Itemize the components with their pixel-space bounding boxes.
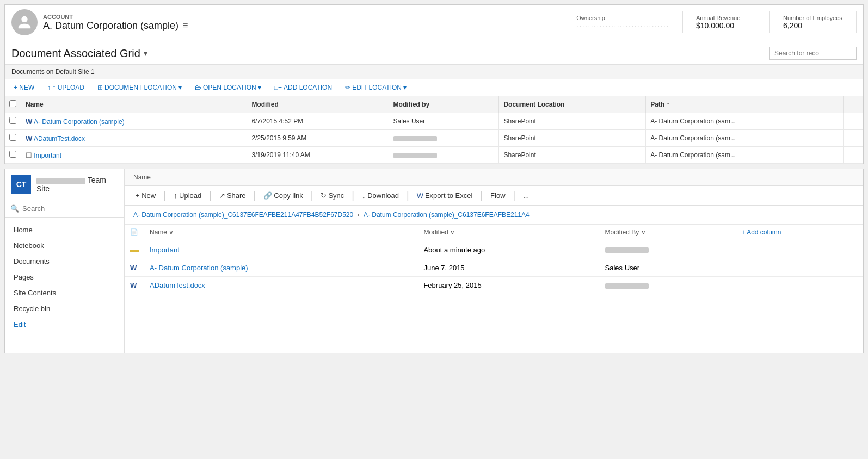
sp-file-icon: 📄 [130, 228, 138, 236]
add-location-button[interactable]: □+ ADD LOCATION [272, 83, 334, 92]
sp-row-modified-cell: June 7, 2015 [418, 259, 599, 277]
doc-name-link[interactable]: A- Datum Corporation (sample) [34, 118, 125, 126]
grid-title-dropdown-icon[interactable]: ▾ [144, 49, 147, 58]
sp-breadcrumb: A- Datum Corporation (sample)_C6137E6FEA… [125, 206, 863, 225]
sp-export-button[interactable]: W Export to Excel [413, 189, 477, 202]
documents-table: Name Modified Modified by Document Locat… [5, 96, 863, 164]
sp-col-modified[interactable]: Modified ∨ [418, 225, 599, 240]
annual-revenue-value: $10,000.00 [696, 21, 756, 30]
site-bar: Documents on Default Site 1 [5, 65, 863, 79]
row-modified-cell: 6/7/2015 4:52 PM [247, 113, 389, 130]
sp-doc-name-link[interactable]: ADatumTest.docx [150, 281, 205, 289]
sp-sync-button[interactable]: ↻ Sync [316, 189, 348, 202]
new-button[interactable]: + NEW [11, 83, 36, 92]
ownership-value: ................................ [576, 21, 669, 29]
modified-by-blur [393, 136, 437, 141]
num-employees-label: Number of Employees [783, 15, 843, 21]
sp-word-icon: W [417, 191, 423, 200]
sp-row-icon-cell: W [125, 259, 144, 277]
sp-sync-icon: ↻ [321, 191, 327, 200]
select-all-checkbox[interactable] [9, 100, 16, 107]
sp-col-icon: 📄 [125, 225, 144, 240]
select-all-checkbox-header[interactable] [5, 96, 21, 113]
word-icon: W [26, 134, 32, 142]
sp-nav-item-documents[interactable]: Documents [5, 253, 124, 269]
sp-nav-item-site-contents[interactable]: Site Contents [5, 285, 124, 301]
sp-table-row: W ADatumTest.docx February 25, 2015 [125, 277, 863, 294]
sp-breadcrumb-part2: A- Datum Corporation (sample)_C6137E6FEA… [364, 211, 530, 219]
sp-row-modified-cell: About a minute ago [418, 240, 599, 259]
sp-doc-name-link[interactable]: A- Datum Corporation (sample) [150, 264, 248, 272]
sp-row-icon-cell: W [125, 277, 144, 294]
col-path: Path ↑ [646, 96, 844, 113]
annual-revenue-field: Annual Revenue $10,000.00 [682, 11, 769, 33]
sp-search-bar[interactable]: 🔍 [5, 200, 124, 218]
sp-nav-item-home[interactable]: Home [5, 222, 124, 238]
sp-copy-link-button[interactable]: 🔗 Copy link [259, 189, 307, 202]
row-checkbox[interactable] [9, 117, 16, 124]
row-checkbox-cell [5, 147, 21, 164]
sp-search-icon: 🔍 [10, 204, 19, 213]
hamburger-menu-icon[interactable]: ≡ [183, 21, 188, 30]
table-row: W ADatumTest.docx 2/25/2015 9:59 AM Shar… [5, 130, 863, 147]
open-location-button[interactable]: 🗁 OPEN LOCATION ▾ [193, 83, 263, 92]
row-modified-cell: 2/25/2015 9:59 AM [247, 130, 389, 147]
edit-location-icon: ✏ [345, 84, 350, 91]
sp-more-button[interactable]: ... [519, 189, 533, 202]
row-path-cell: A- Datum Corporation (sam... [646, 147, 844, 164]
sp-table-row: ▬ Important About a minute ago [125, 240, 863, 259]
sp-nav-item-edit[interactable]: Edit [5, 317, 124, 332]
sp-share-button[interactable]: ↗ Share [215, 189, 250, 202]
ownership-label: Ownership [576, 15, 669, 21]
account-name: A. Datum Corporation (sample) ≡ [43, 20, 563, 32]
sp-col-name[interactable]: Name ∨ [144, 225, 418, 240]
row-doc-location-cell: SharePoint [499, 147, 646, 164]
row-checkbox[interactable] [9, 151, 16, 158]
sp-logo-bar: CT Team Site [5, 169, 124, 200]
sp-nav-item-recycle-bin[interactable]: Recycle bin [5, 301, 124, 317]
word-icon: W [130, 281, 137, 289]
sp-col-add[interactable]: + Add column [736, 225, 863, 240]
row-modified-by-cell [389, 147, 499, 164]
row-path-cell: A- Datum Corporation (sam... [646, 113, 844, 130]
row-name-cell: W A- Datum Corporation (sample) [21, 113, 247, 130]
sp-sidebar: CT Team Site 🔍 HomeNotebookDocumentsPage… [5, 169, 125, 353]
sp-logo: CT [11, 175, 31, 194]
sp-site-name-blur [36, 178, 85, 184]
doc-location-icon: ⊞ [97, 84, 103, 91]
doc-name-link[interactable]: Important [34, 152, 61, 159]
sp-nav-item-notebook[interactable]: Notebook [5, 238, 124, 253]
sp-row-name-cell: A- Datum Corporation (sample) [144, 259, 418, 277]
upload-button[interactable]: ↑ ↑ UPLOAD [45, 83, 87, 92]
sp-doc-name-link[interactable]: Important [150, 246, 180, 254]
grid-title: Document Associated Grid [11, 47, 140, 60]
num-employees-field: Number of Employees 6,200 [769, 11, 857, 33]
open-location-icon: 🗁 [195, 84, 201, 91]
sp-col-modified-by[interactable]: Modified By ∨ [600, 225, 736, 240]
crm-panel: ACCOUNT A. Datum Corporation (sample) ≡ … [4, 4, 864, 164]
grid-title-wrap: Document Associated Grid ▾ [11, 47, 147, 60]
edit-location-button[interactable]: ✏ EDIT LOCATION ▾ [343, 83, 409, 92]
sp-new-button[interactable]: + New [131, 189, 160, 202]
doc-name-link[interactable]: ADatumTest.docx [34, 135, 85, 142]
sp-row-modified-by-cell [600, 240, 736, 259]
open-location-dropdown-icon: ▾ [258, 84, 261, 91]
sp-top-name-bar: Name [125, 169, 863, 186]
sp-flow-button[interactable]: Flow [486, 189, 509, 202]
col-modified: Modified [247, 96, 389, 113]
sp-search-input[interactable] [22, 204, 119, 213]
edit-location-dropdown-icon: ▾ [403, 84, 407, 91]
search-input[interactable] [769, 47, 857, 60]
document-location-button[interactable]: ⊞ DOCUMENT LOCATION ▾ [95, 83, 184, 92]
grid-header: Document Associated Grid ▾ [5, 40, 863, 65]
sp-row-icon-cell: ▬ [125, 240, 144, 259]
num-employees-value: 6,200 [783, 21, 843, 30]
sp-breadcrumb-part1[interactable]: A- Datum Corporation (sample)_C6137E6FEA… [133, 211, 353, 219]
sp-row-name-cell: Important [144, 240, 418, 259]
row-checkbox[interactable] [9, 134, 16, 141]
sp-upload-button[interactable]: ↑ Upload [169, 189, 206, 202]
sp-download-button[interactable]: ↓ Download [358, 189, 403, 202]
word-icon: W [26, 117, 32, 126]
sp-nav-item-pages[interactable]: Pages [5, 269, 124, 285]
row-modified-by-cell [389, 130, 499, 147]
